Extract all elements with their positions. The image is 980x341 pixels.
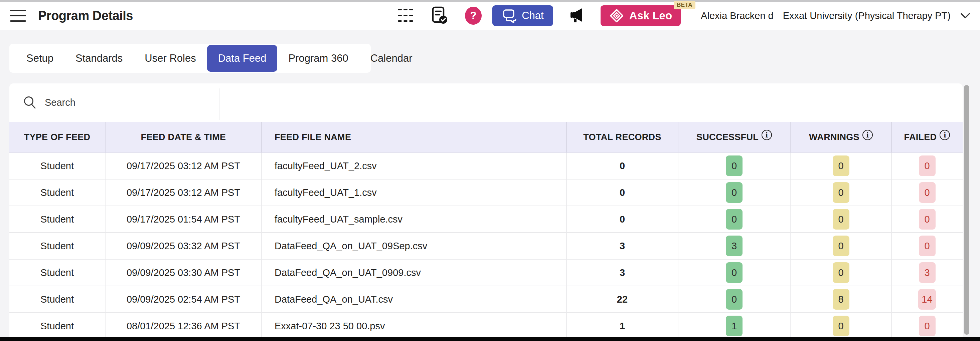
column-label: Successful bbox=[697, 132, 759, 143]
document-check-icon[interactable] bbox=[431, 6, 448, 25]
table-row[interactable]: Student 09/17/2025 03:12 AM PST facultyF… bbox=[10, 153, 963, 179]
successful-badge: 0 bbox=[726, 182, 743, 203]
feed-file-name: facultyFeed_UAT_sample.csv bbox=[275, 214, 402, 225]
search-row bbox=[10, 83, 963, 122]
feed-datetime: 09/09/2025 03:30 AM PST bbox=[127, 267, 240, 278]
column-header-failed: Failed i bbox=[892, 122, 962, 152]
feed-type: Student bbox=[40, 214, 74, 225]
feed-type: Student bbox=[40, 160, 74, 171]
warnings-badge: 0 bbox=[833, 316, 850, 336]
column-label: Failed bbox=[904, 132, 937, 143]
table-body: Student 09/17/2025 03:12 AM PST facultyF… bbox=[10, 153, 963, 337]
warnings-badge: 0 bbox=[833, 236, 850, 256]
column-header-feed-file-name: Feed File Name bbox=[262, 122, 567, 152]
chevron-down-icon bbox=[959, 12, 971, 20]
table-row[interactable]: Student 08/01/2025 12:36 AM PST Exxat-07… bbox=[10, 313, 963, 337]
successful-badge: 0 bbox=[726, 155, 743, 176]
successful-badge: 0 bbox=[726, 289, 743, 309]
header-actions: ? Chat bbox=[398, 5, 971, 26]
tab-user-roles[interactable]: User Roles bbox=[134, 45, 207, 72]
hamburger-menu-icon[interactable] bbox=[10, 10, 26, 22]
feed-file-name: DataFeed_QA_on_UAT_09Sep.csv bbox=[275, 241, 427, 252]
search-icon bbox=[23, 95, 37, 110]
failed-badge: 0 bbox=[919, 182, 935, 203]
warnings-badge: 8 bbox=[833, 289, 850, 309]
failed-badge: 14 bbox=[918, 289, 935, 309]
column-label: Type of Feed bbox=[24, 132, 91, 143]
feed-datetime: 09/17/2025 03:12 AM PST bbox=[127, 187, 240, 198]
column-label: Total Records bbox=[583, 132, 661, 143]
total-records-value: 22 bbox=[617, 294, 628, 305]
feed-file-name: DataFeed_QA_on_UAT_0909.csv bbox=[275, 267, 421, 278]
column-header-total-records: Total Records bbox=[567, 122, 678, 152]
column-header-type-of-feed: Type of Feed bbox=[10, 122, 105, 152]
table-row[interactable]: Student 09/17/2025 03:12 AM PST facultyF… bbox=[10, 179, 963, 206]
failed-badge: 0 bbox=[919, 316, 935, 336]
feed-datetime: 09/17/2025 03:12 AM PST bbox=[127, 160, 240, 171]
data-feed-table-card: Type of Feed Feed Date & Time Feed File … bbox=[10, 83, 963, 337]
feed-type: Student bbox=[40, 187, 74, 198]
table-row[interactable]: Student 09/17/2025 01:54 AM PST facultyF… bbox=[10, 206, 963, 233]
user-menu[interactable]: Alexia Bracken d Exxat University (Physi… bbox=[701, 10, 971, 21]
app-grid-icon[interactable] bbox=[398, 8, 414, 24]
column-header-feed-date-time: Feed Date & Time bbox=[105, 122, 262, 152]
info-icon[interactable]: i bbox=[862, 130, 873, 140]
total-records-value: 3 bbox=[620, 267, 625, 278]
total-records-value: 0 bbox=[620, 214, 625, 225]
total-records-value: 0 bbox=[620, 160, 625, 171]
successful-badge: 1 bbox=[726, 316, 743, 336]
column-header-successful: Successful i bbox=[678, 122, 791, 152]
ask-leo-button[interactable]: Ask Leo bbox=[601, 5, 681, 26]
table-header-row: Type of Feed Feed Date & Time Feed File … bbox=[10, 122, 963, 153]
failed-badge: 0 bbox=[919, 155, 935, 176]
tab-data-feed[interactable]: Data Feed bbox=[207, 45, 278, 72]
column-header-warnings: Warnings i bbox=[791, 122, 892, 152]
successful-badge: 0 bbox=[726, 209, 743, 230]
info-icon[interactable]: i bbox=[940, 130, 950, 140]
failed-badge: 3 bbox=[919, 262, 935, 283]
tab-standards[interactable]: Standards bbox=[64, 45, 134, 72]
bottom-black-bar bbox=[0, 337, 980, 341]
table-row[interactable]: Student 09/09/2025 02:54 AM PST DataFeed… bbox=[10, 286, 963, 313]
column-label: Warnings bbox=[809, 132, 859, 143]
vertical-scrollbar[interactable] bbox=[964, 85, 969, 335]
warnings-badge: 0 bbox=[833, 209, 850, 230]
feed-type: Student bbox=[40, 320, 74, 331]
tab-program-360[interactable]: Program 360 bbox=[277, 45, 359, 72]
chat-button[interactable]: Chat bbox=[492, 5, 553, 26]
warnings-badge: 0 bbox=[833, 262, 850, 283]
tab-setup[interactable]: Setup bbox=[15, 45, 64, 72]
chat-button-label: Chat bbox=[522, 10, 543, 22]
search-input[interactable] bbox=[45, 97, 205, 108]
total-records-value: 1 bbox=[620, 320, 625, 331]
feed-datetime: 09/09/2025 03:32 AM PST bbox=[127, 241, 240, 252]
page-title: Program Details bbox=[38, 9, 133, 23]
successful-badge: 3 bbox=[726, 236, 743, 256]
feed-file-name: DataFeed_QA_on_UAT.csv bbox=[275, 294, 393, 305]
feed-datetime: 08/01/2025 12:36 AM PST bbox=[127, 320, 240, 331]
total-records-value: 3 bbox=[620, 241, 625, 252]
table-row[interactable]: Student 09/09/2025 03:30 AM PST DataFeed… bbox=[10, 260, 963, 286]
column-label: Feed Date & Time bbox=[141, 132, 226, 143]
chat-bubbles-icon bbox=[502, 9, 517, 23]
feed-datetime: 09/17/2025 01:54 AM PST bbox=[127, 214, 240, 225]
search-divider bbox=[219, 89, 220, 120]
help-icon[interactable]: ? bbox=[465, 7, 482, 25]
feed-type: Student bbox=[40, 294, 74, 305]
user-name: Alexia Bracken d bbox=[701, 10, 773, 21]
table-row[interactable]: Student 09/09/2025 03:32 AM PST DataFeed… bbox=[10, 233, 963, 260]
beta-badge: BETA bbox=[674, 1, 695, 10]
ask-leo-logo-icon bbox=[609, 8, 624, 23]
megaphone-icon[interactable] bbox=[568, 7, 587, 24]
column-label: Feed File Name bbox=[275, 132, 351, 143]
feed-file-name: Exxat-07-30 23 50 00.psv bbox=[275, 320, 385, 331]
feed-file-name: facultyFeed_UAT_1.csv bbox=[275, 187, 377, 198]
tab-calendar[interactable]: Calendar bbox=[360, 45, 423, 72]
failed-badge: 0 bbox=[919, 209, 935, 230]
info-icon[interactable]: i bbox=[762, 130, 772, 140]
feed-type: Student bbox=[40, 267, 74, 278]
institution-name: Exxat University (Physical Therapy PT) bbox=[783, 10, 951, 21]
page-content: SetupStandardsUser RolesData FeedProgram… bbox=[0, 30, 980, 337]
ask-leo-wrap: Ask Leo BETA bbox=[601, 5, 681, 26]
feed-type: Student bbox=[40, 241, 74, 252]
